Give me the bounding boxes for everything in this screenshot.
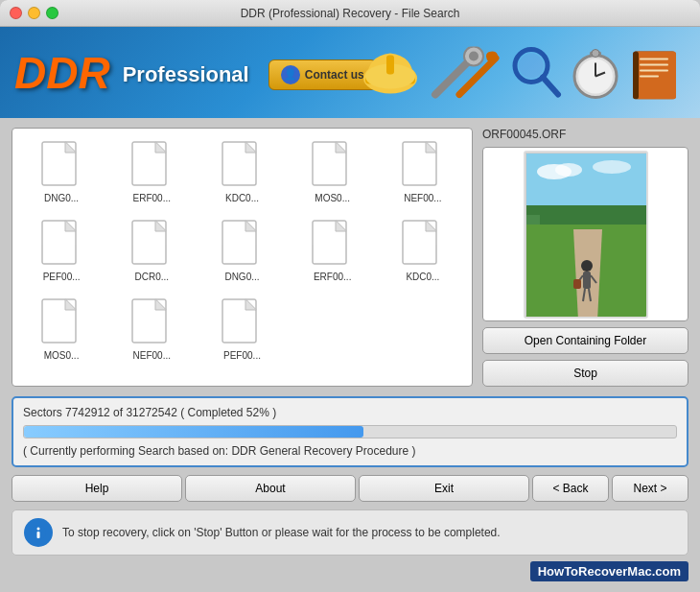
file-icon	[221, 297, 264, 347]
main-content: DNG0... ERF00... KDC0... MOS0...	[0, 118, 700, 396]
list-item[interactable]: ERF00...	[292, 215, 374, 286]
svg-rect-54	[573, 279, 581, 289]
svg-rect-49	[583, 272, 591, 289]
svg-rect-58	[37, 532, 40, 538]
progress-bar-track	[23, 425, 677, 438]
file-label: DNG0...	[224, 272, 259, 282]
progress-section: Sectors 7742912 of 31272542 ( Completed …	[0, 396, 700, 467]
svg-point-39	[555, 163, 582, 177]
file-icon	[221, 219, 264, 269]
file-label: PEF00...	[223, 350, 261, 361]
file-label: KDC0...	[406, 272, 439, 282]
about-button[interactable]: About	[185, 475, 356, 502]
svg-rect-19	[640, 58, 668, 59]
svg-point-40	[593, 160, 631, 174]
bottom-nav: Help About Exit < Back Next >	[0, 475, 700, 502]
preview-panel: ORF00045.ORF	[482, 128, 688, 387]
preview-box	[482, 147, 688, 321]
file-label: NEF00...	[404, 193, 441, 203]
file-label: ERF00...	[314, 272, 351, 282]
watermark: HowToRecoverMac.com	[12, 561, 688, 581]
file-grid: DNG0... ERF00... KDC0... MOS0...	[20, 136, 464, 365]
contact-icon: 👤	[281, 65, 300, 84]
window-title: DDR (Professional) Recovery - File Searc…	[241, 7, 460, 20]
file-icon	[40, 297, 83, 347]
file-icon	[311, 140, 354, 190]
file-icon	[130, 297, 174, 347]
list-item[interactable]: DCR0...	[110, 215, 193, 286]
list-item[interactable]: MOS0...	[292, 136, 374, 207]
stop-button[interactable]: Stop	[482, 360, 688, 387]
info-icon	[24, 518, 53, 547]
list-item[interactable]: KDC0...	[382, 215, 464, 286]
progress-bar-fill	[24, 426, 363, 438]
list-item[interactable]: MOS0...	[20, 294, 103, 365]
file-icon	[40, 140, 83, 190]
file-icon	[311, 219, 354, 269]
file-icon	[221, 140, 264, 190]
book-icon	[628, 46, 681, 99]
info-message: To stop recovery, click on 'Stop' Button…	[62, 526, 676, 539]
file-icon	[130, 140, 174, 190]
magnifier-icon	[510, 45, 563, 101]
window-controls	[10, 7, 58, 19]
watermark-text: HowToRecoverMac.com	[530, 561, 688, 581]
list-item[interactable]: NEF00...	[382, 136, 464, 207]
info-bar: To stop recovery, click on 'Stop' Button…	[12, 509, 688, 556]
file-icon	[40, 219, 83, 269]
svg-rect-22	[640, 75, 659, 77]
back-button[interactable]: < Back	[532, 475, 609, 502]
file-grid-container[interactable]: DNG0... ERF00... KDC0... MOS0...	[12, 128, 473, 387]
progress-text-procedure: ( Currently performing Search based on: …	[23, 444, 677, 458]
svg-line-10	[543, 78, 558, 95]
file-icon	[130, 219, 174, 269]
file-label: NEF00...	[133, 350, 171, 361]
file-icon	[401, 140, 444, 190]
close-button[interactable]	[10, 7, 22, 19]
professional-label: Professional	[123, 62, 249, 87]
header-icons	[358, 41, 681, 104]
file-label: DCR0...	[135, 272, 170, 282]
file-label: MOS0...	[44, 350, 80, 361]
file-label: PEF00...	[43, 272, 81, 282]
next-button[interactable]: Next >	[612, 475, 688, 502]
open-folder-button[interactable]: Open Containing Folder	[482, 327, 688, 354]
minimize-button[interactable]	[28, 7, 40, 19]
preview-filename: ORF00045.ORF	[482, 128, 688, 141]
svg-point-6	[469, 51, 478, 60]
help-button[interactable]: Help	[12, 475, 182, 502]
svg-point-48	[581, 260, 593, 272]
svg-rect-20	[640, 63, 668, 65]
list-item[interactable]: KDC0...	[200, 136, 283, 207]
list-item[interactable]: DNG0...	[20, 136, 103, 207]
list-item[interactable]: PEF00...	[20, 215, 103, 286]
title-bar: DDR (Professional) Recovery - File Searc…	[0, 0, 700, 27]
maximize-button[interactable]	[46, 7, 58, 19]
svg-rect-3	[386, 55, 394, 74]
svg-rect-21	[640, 69, 668, 71]
progress-box: Sectors 7742912 of 31272542 ( Completed …	[12, 396, 688, 467]
svg-point-16	[592, 50, 599, 58]
file-icon	[401, 219, 444, 269]
hardhat-icon	[358, 41, 423, 104]
ddr-logo: DDR	[14, 51, 110, 95]
exit-button[interactable]: Exit	[359, 475, 529, 502]
stopwatch-icon	[571, 44, 620, 102]
logo-area: DDR Professional 👤 Contact us	[14, 51, 377, 95]
list-item[interactable]: NEF00...	[110, 294, 193, 365]
svg-point-57	[37, 528, 40, 531]
svg-rect-23	[633, 51, 639, 99]
svg-point-9	[519, 54, 544, 79]
preview-image	[524, 151, 648, 319]
file-label: KDC0...	[225, 193, 259, 203]
file-label: MOS0...	[315, 193, 350, 203]
file-label: ERF00...	[133, 193, 171, 203]
header-banner: DDR Professional 👤 Contact us	[0, 27, 700, 118]
list-item[interactable]: DNG0...	[200, 215, 283, 286]
file-label: DNG0...	[44, 193, 79, 203]
progress-text-sectors: Sectors 7742912 of 31272542 ( Completed …	[23, 406, 677, 419]
list-item[interactable]: ERF00...	[110, 136, 193, 207]
tools-icon	[431, 46, 502, 99]
list-item[interactable]: PEF00...	[200, 294, 283, 365]
